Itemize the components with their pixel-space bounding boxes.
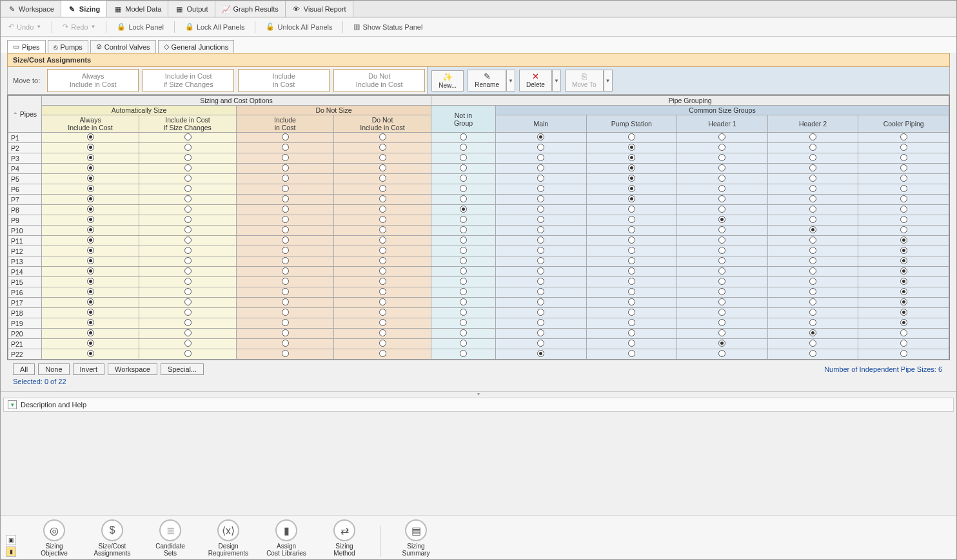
size-option-1[interactable] — [139, 339, 237, 349]
lock-panel-button[interactable]: 🔒Lock Panel — [113, 21, 167, 32]
size-option-0[interactable] — [42, 133, 139, 143]
moveto-dropdown[interactable]: ▼ — [604, 70, 613, 92]
pipe-id[interactable]: P2 — [8, 143, 42, 153]
group-radio-4[interactable] — [858, 246, 949, 256]
group-radio-4[interactable] — [858, 298, 949, 308]
group-header-0[interactable]: Main — [495, 115, 586, 133]
main-tab-model-data[interactable]: ▦Model Data — [107, 1, 168, 17]
rename-dropdown[interactable]: ▼ — [506, 70, 515, 92]
group-radio-3[interactable] — [767, 215, 858, 226]
size-option-2[interactable] — [237, 184, 334, 195]
group-radio-3[interactable] — [767, 267, 858, 277]
size-option-1[interactable] — [139, 246, 237, 256]
not-in-group-radio[interactable] — [431, 339, 496, 349]
group-radio-2[interactable] — [677, 318, 768, 329]
show-status-panel-button[interactable]: ▥Show Status Panel — [350, 21, 426, 32]
group-radio-1[interactable] — [586, 184, 677, 195]
group-radio-4[interactable] — [858, 256, 949, 267]
size-option-3[interactable] — [334, 256, 431, 267]
not-in-group-radio[interactable] — [431, 267, 496, 277]
not-in-group-radio[interactable] — [431, 256, 496, 267]
group-radio-2[interactable] — [677, 308, 768, 318]
group-radio-4[interactable] — [858, 267, 949, 277]
main-tab-graph-results[interactable]: 📈Graph Results — [215, 1, 286, 17]
group-radio-1[interactable] — [586, 153, 677, 164]
group-radio-1[interactable] — [586, 298, 677, 308]
group-radio-1[interactable] — [586, 215, 677, 226]
group-radio-0[interactable] — [495, 339, 586, 349]
size-option-3[interactable] — [334, 195, 431, 205]
group-header-1[interactable]: Pump Station — [586, 115, 677, 133]
size-option-0[interactable] — [42, 298, 139, 308]
group-radio-3[interactable] — [767, 153, 858, 164]
group-radio-4[interactable] — [858, 318, 949, 329]
not-in-group-radio[interactable] — [431, 318, 496, 329]
group-radio-2[interactable] — [677, 174, 768, 184]
move-to-group-button[interactable]: ⎘Move To — [565, 70, 604, 92]
group-radio-0[interactable] — [495, 277, 586, 287]
group-radio-4[interactable] — [858, 226, 949, 236]
nav-sizing[interactable]: ▤SizingSummary — [393, 519, 439, 557]
group-radio-2[interactable] — [677, 164, 768, 174]
size-option-1[interactable] — [139, 236, 237, 246]
size-option-2[interactable] — [237, 246, 334, 256]
size-option-2[interactable] — [237, 339, 334, 349]
group-radio-0[interactable] — [495, 164, 586, 174]
expand-toggle-icon[interactable]: ▾ — [8, 400, 17, 409]
pipe-id[interactable]: P22 — [8, 349, 42, 360]
group-radio-4[interactable] — [858, 308, 949, 318]
size-option-1[interactable] — [139, 153, 237, 164]
size-option-1[interactable] — [139, 329, 237, 339]
group-radio-4[interactable] — [858, 195, 949, 205]
new-group-button[interactable]: ✨New... — [431, 70, 464, 92]
group-radio-0[interactable] — [495, 215, 586, 226]
size-option-2[interactable] — [237, 329, 334, 339]
group-radio-4[interactable] — [858, 205, 949, 215]
size-option-3[interactable] — [334, 318, 431, 329]
nav-design[interactable]: ⟨x⟩DesignRequirements — [206, 519, 251, 557]
not-in-group-radio[interactable] — [431, 226, 496, 236]
group-radio-2[interactable] — [677, 195, 768, 205]
size-option-2[interactable] — [237, 236, 334, 246]
size-option-1[interactable] — [139, 287, 237, 298]
pipe-id[interactable]: P14 — [8, 267, 42, 277]
group-radio-1[interactable] — [586, 246, 677, 256]
size-option-3[interactable] — [334, 329, 431, 339]
size-option-3[interactable] — [334, 277, 431, 287]
size-option-0[interactable] — [42, 256, 139, 267]
size-option-3[interactable] — [334, 246, 431, 256]
group-radio-2[interactable] — [677, 349, 768, 360]
size-option-2[interactable] — [237, 215, 334, 226]
splitter[interactable]: ▾ — [1, 391, 956, 396]
group-radio-2[interactable] — [677, 246, 768, 256]
size-option-1[interactable] — [139, 226, 237, 236]
size-option-3[interactable] — [334, 174, 431, 184]
group-radio-2[interactable] — [677, 205, 768, 215]
select-none[interactable]: None — [38, 363, 69, 375]
size-option-1[interactable] — [139, 133, 237, 143]
pipe-id[interactable]: P21 — [8, 339, 42, 349]
group-radio-1[interactable] — [586, 308, 677, 318]
group-radio-4[interactable] — [858, 143, 949, 153]
pipe-id[interactable]: P19 — [8, 318, 42, 329]
group-header-3[interactable]: Header 2 — [767, 115, 858, 133]
size-option-3[interactable] — [334, 205, 431, 215]
not-in-group-radio[interactable] — [431, 153, 496, 164]
size-option-1[interactable] — [139, 318, 237, 329]
nav-candidate[interactable]: ≣CandidateSets — [148, 519, 193, 557]
size-option-2[interactable] — [237, 143, 334, 153]
group-radio-4[interactable] — [858, 184, 949, 195]
size-option-2[interactable] — [237, 267, 334, 277]
select-invert[interactable]: Invert — [73, 363, 105, 375]
group-radio-1[interactable] — [586, 174, 677, 184]
move-to-option-1[interactable]: Include in Costif Size Changes — [143, 69, 234, 92]
unlock-all-panels-button[interactable]: 🔓Unlock All Panels — [262, 21, 336, 32]
not-in-group-radio[interactable] — [431, 308, 496, 318]
group-radio-3[interactable] — [767, 318, 858, 329]
not-in-group-radio[interactable] — [431, 349, 496, 360]
sub-tab-general-junctions[interactable]: ◇General Junctions — [158, 40, 235, 53]
size-option-2[interactable] — [237, 153, 334, 164]
size-option-1[interactable] — [139, 267, 237, 277]
size-option-0[interactable] — [42, 195, 139, 205]
size-option-1[interactable] — [139, 256, 237, 267]
